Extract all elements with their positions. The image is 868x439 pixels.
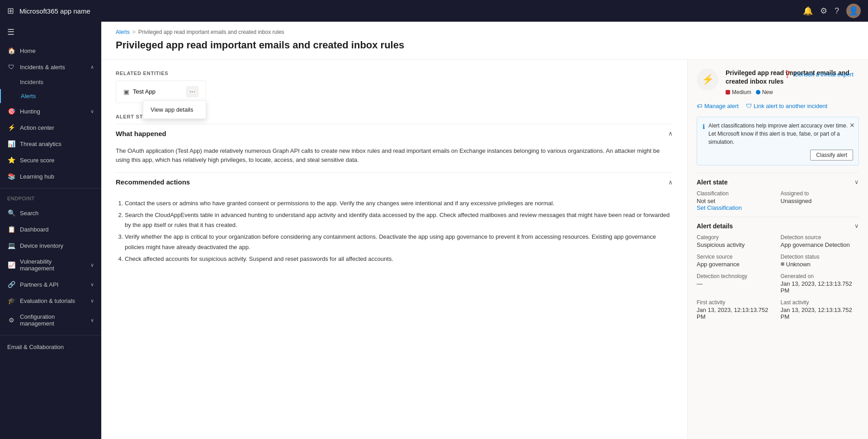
threat-analytics-icon: 📊 — [7, 140, 15, 147]
topbar-right: 🔔 ⚙ ? 👤 — [803, 4, 861, 18]
breadcrumb-parent[interactable]: Alerts — [116, 29, 130, 35]
manage-alert-link[interactable]: 🏷 Manage alert — [697, 103, 739, 109]
recommended-actions-header[interactable]: Recommended actions ∧ — [116, 172, 673, 191]
sidebar-label-incidents: Incidents — [20, 79, 43, 85]
alert-details-header[interactable]: Alert details ∨ — [697, 222, 859, 230]
sidebar-item-configuration-mgmt[interactable]: ⚙ Configuration management ∨ — [0, 309, 101, 331]
entity-card: ▣ Test App ··· — [116, 80, 206, 103]
set-classification-link[interactable]: Set Classification — [697, 204, 775, 211]
partners-icon: 🔗 — [7, 281, 15, 288]
list-item: Contact the users or admins who have gra… — [125, 198, 673, 208]
grid-icon[interactable]: ⊞ — [7, 6, 14, 16]
link-alert-link[interactable]: 🛡 Link alert to another incident — [746, 103, 827, 109]
shield-icon: 🛡 — [7, 63, 15, 71]
last-activity-value: Jan 13, 2023, 12:13:13.752 PM — [781, 307, 859, 320]
consult-link-label: Consult a threat expert — [794, 71, 854, 78]
service-source-field: Service source App governance — [697, 254, 775, 268]
sidebar-label-vulnerability-mgmt: Vulnerability management — [20, 258, 86, 272]
alert-details-title: Alert details — [697, 222, 733, 230]
consult-threat-expert-link[interactable]: ❓ Consult a threat expert — [783, 71, 854, 78]
breadcrumb: Alerts > Privileged app read important e… — [116, 29, 854, 35]
alert-state-chevron-icon: ∨ — [854, 179, 859, 185]
recommended-actions-title: Recommended actions — [116, 178, 190, 186]
sidebar-divider — [0, 188, 101, 189]
dashboard-icon: 📋 — [7, 226, 15, 233]
what-happened-chevron-icon: ∧ — [668, 130, 673, 137]
info-banner: ℹ Alert classifications help improve ale… — [697, 117, 859, 165]
what-happened-header[interactable]: What happened ∧ — [116, 124, 673, 143]
entity-app-icon: ▣ — [123, 88, 129, 95]
alert-state-grid: Classification Not set Set Classificatio… — [697, 190, 859, 211]
chevron-down-icon-config: ∨ — [90, 317, 94, 323]
sidebar-label-incidents-alerts: Incidents & alerts — [20, 64, 86, 71]
alert-state-header[interactable]: Alert state ∨ — [697, 179, 859, 186]
detection-status-field: Detection status Unknown — [781, 254, 859, 268]
info-banner-text: Alert classifications help improve alert… — [708, 123, 848, 145]
breadcrumb-separator: > — [132, 29, 136, 35]
recommended-actions-chevron-icon: ∧ — [668, 179, 673, 186]
page-header: Alerts > Privileged app read important e… — [101, 22, 868, 60]
action-center-icon: ⚡ — [7, 124, 15, 131]
sidebar-divider-2 — [0, 335, 101, 335]
status-badge: New — [756, 89, 773, 95]
rp-actions: 🏷 Manage alert 🛡 Link alert to another i… — [697, 103, 859, 109]
status-label: New — [762, 89, 773, 95]
sidebar-item-hunting[interactable]: 🎯 Hunting ∨ — [0, 103, 101, 119]
last-activity-label: Last activity — [781, 299, 859, 306]
config-icon: ⚙ — [7, 316, 15, 324]
category-field: Category Suspicious activity — [697, 234, 775, 248]
alert-state-title: Alert state — [697, 179, 727, 186]
info-close-icon[interactable]: ✕ — [849, 121, 855, 130]
endpoint-section-label: Endpoint — [0, 192, 101, 205]
sidebar-item-email-collab[interactable]: Email & Collaboration — [0, 339, 101, 355]
list-item: Verify whether the app is critical to yo… — [125, 232, 673, 252]
sidebar-collapse-button[interactable]: ☰ — [0, 22, 101, 42]
sidebar-item-home[interactable]: 🏠 Home — [0, 42, 101, 59]
hunting-icon: 🎯 — [7, 108, 15, 115]
sidebar-item-alerts[interactable]: Alerts — [0, 89, 101, 103]
sidebar-item-action-center[interactable]: ⚡ Action center — [0, 119, 101, 136]
sidebar-item-learning-hub[interactable]: 📚 Learning hub — [0, 168, 101, 184]
category-label: Category — [697, 234, 775, 241]
info-icon: ℹ — [703, 122, 705, 132]
main-panel: RELATED ENTITIES ▣ Test App ··· View app… — [101, 60, 687, 439]
detection-technology-value: — — [697, 280, 775, 287]
sidebar-label-search: Search — [20, 210, 94, 217]
detection-technology-field: Detection technology — — [697, 273, 775, 294]
right-panel: ⚡ Privileged app read important emails a… — [687, 60, 868, 439]
service-source-label: Service source — [697, 254, 775, 260]
sidebar-item-partners-api[interactable]: 🔗 Partners & API ∨ — [0, 276, 101, 293]
detection-status-label: Detection status — [781, 254, 859, 260]
sidebar-label-learning-hub: Learning hub — [20, 173, 94, 180]
entity-menu-button[interactable]: ··· — [186, 86, 198, 97]
classification-label: Classification — [697, 190, 775, 197]
sidebar-item-evaluation-tutorials[interactable]: 🎓 Evaluation & tutorials ∨ — [0, 293, 101, 309]
sidebar-label-hunting: Hunting — [20, 108, 86, 115]
help-icon[interactable]: ? — [835, 6, 839, 16]
sidebar-label-action-center: Action center — [20, 124, 94, 131]
sidebar-item-incidents-alerts[interactable]: 🛡 Incidents & alerts ∧ — [0, 59, 101, 75]
classify-alert-button[interactable]: Classify alert — [810, 150, 853, 160]
sidebar-item-search[interactable]: 🔍 Search — [0, 205, 101, 221]
secure-score-icon: ⭐ — [7, 156, 15, 164]
sidebar-label-secure-score: Secure score — [20, 157, 94, 164]
topbar: ⊞ Microsoft365 app name 🔔 ⚙ ? 👤 — [0, 0, 868, 22]
entity-name: Test App — [133, 88, 156, 95]
gear-icon[interactable]: ⚙ — [820, 6, 827, 16]
view-app-details-item[interactable]: View app details — [143, 103, 206, 117]
bell-icon[interactable]: 🔔 — [803, 6, 813, 16]
sidebar-item-vulnerability-mgmt[interactable]: 📈 Vulnerability management ∨ — [0, 254, 101, 276]
sidebar-item-device-inventory[interactable]: 💻 Device inventory — [0, 237, 101, 254]
manage-alert-label: Manage alert — [704, 103, 739, 109]
list-item: Search the CloudAppEvents table in advan… — [125, 210, 673, 230]
sidebar-item-dashboard[interactable]: 📋 Dashboard — [0, 221, 101, 237]
main-content: Alerts > Privileged app read important e… — [101, 22, 868, 439]
chevron-down-icon-eval: ∨ — [90, 298, 94, 304]
sidebar-item-secure-score[interactable]: ⭐ Secure score — [0, 152, 101, 168]
avatar[interactable]: 👤 — [846, 4, 861, 18]
sidebar-item-threat-analytics[interactable]: 📊 Threat analytics — [0, 136, 101, 152]
classification-value: Not set — [697, 198, 775, 204]
sidebar-label-threat-analytics: Threat analytics — [20, 141, 94, 147]
sidebar-item-incidents[interactable]: Incidents — [0, 75, 101, 89]
related-entities-label: RELATED ENTITIES — [116, 71, 673, 76]
